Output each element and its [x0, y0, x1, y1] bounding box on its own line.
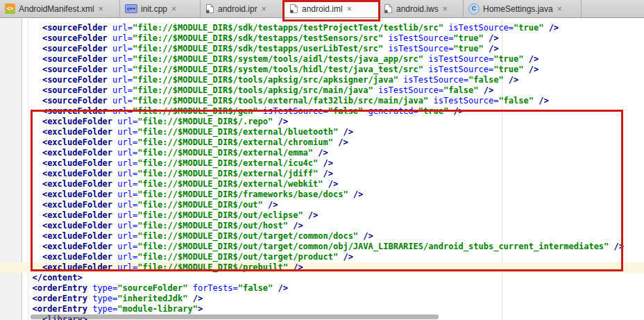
code-line[interactable]: <excludeFolder url="file://$MODULE_DIR$/…	[0, 231, 644, 242]
code-line-current[interactable]: <excludeFolder url="file://$MODULE_DIR$/…	[0, 262, 644, 273]
code-line[interactable]: <sourceFolder url="file://$MODULE_DIR$/s…	[0, 44, 644, 54]
idea-file-icon	[384, 3, 393, 14]
tab-close-icon[interactable]: ×	[99, 5, 103, 13]
code-line[interactable]: <excludeFolder url="file://$MODULE_DIR$/…	[0, 148, 644, 158]
code-line[interactable]: <excludeFolder url="file://$MODULE_DIR$/…	[0, 169, 644, 179]
code-line[interactable]: <excludeFolder url="file://$MODULE_DIR$/…	[0, 127, 644, 137]
code-line[interactable]: </content>	[0, 273, 644, 283]
tab-close-icon[interactable]: ×	[347, 5, 352, 13]
android-manifest-icon: <>	[5, 3, 15, 14]
code-line[interactable]: <sourceFolder url="file://$MODULE_DIR$/t…	[0, 96, 644, 106]
idea-file-icon	[289, 3, 298, 14]
code-line[interactable]: <sourceFolder url="file://$MODULE_DIR$/t…	[0, 75, 644, 85]
code-line[interactable]: <excludeFolder url="file://$MODULE_DIR$/…	[0, 137, 644, 148]
code-line[interactable]: <sourceFolder url="file://$MODULE_DIR$/g…	[0, 106, 644, 117]
editor-pane[interactable]: <sourceFolder url="file://$MODULE_DIR$/s…	[0, 19, 644, 320]
code-line[interactable]: <sourceFolder url="file://$MODULE_DIR$/t…	[0, 85, 644, 96]
code-line[interactable]: <excludeFolder url="file://$MODULE_DIR$/…	[0, 210, 644, 221]
code-area[interactable]: <sourceFolder url="file://$MODULE_DIR$/s…	[0, 19, 644, 320]
code-line[interactable]: <excludeFolder url="file://$MODULE_DIR$/…	[0, 242, 644, 252]
code-line[interactable]: <excludeFolder url="file://$MODULE_DIR$/…	[0, 200, 644, 210]
code-line[interactable]: <excludeFolder url="file://$MODULE_DIR$/…	[0, 158, 644, 169]
tab-close-icon[interactable]: ×	[171, 5, 176, 13]
code-line[interactable]: <excludeFolder url="file://$MODULE_DIR$/…	[0, 179, 644, 190]
code-line[interactable]: <orderEntry type="inheritedJdk" />	[0, 294, 644, 304]
code-line[interactable]: <excludeFolder url="file://$MODULE_DIR$/…	[0, 252, 644, 262]
tab-android-iws[interactable]: android.iws×	[379, 0, 464, 17]
code-line[interactable]: <sourceFolder url="file://$MODULE_DIR$/s…	[0, 65, 644, 75]
tab-close-icon[interactable]: ×	[262, 5, 266, 13]
tab-label: init.cpp	[141, 4, 167, 14]
tab-label: android.iws	[396, 4, 439, 14]
tab-close-icon[interactable]: ×	[557, 5, 562, 13]
code-line[interactable]: <excludeFolder url="file://$MODULE_DIR$/…	[0, 190, 644, 200]
tab-homesettings-java[interactable]: CHomeSettings.java×	[464, 0, 582, 17]
tab-android-ipr[interactable]: android.ipr×	[201, 0, 285, 17]
idea-file-icon	[205, 3, 214, 14]
code-line[interactable]: <excludeFolder url="file://$MODULE_DIR$/…	[0, 221, 644, 231]
horizontal-scrollbar[interactable]	[31, 314, 439, 319]
tab-label: android.iml	[302, 4, 343, 14]
ide-window: <>AndroidManifest.xml×c++init.cpp×androi…	[0, 0, 644, 320]
code-line[interactable]: <sourceFolder url="file://$MODULE_DIR$/s…	[0, 23, 644, 33]
code-line[interactable]: <orderEntry type="module-library">	[0, 304, 644, 314]
cpp-file-icon: c++	[125, 4, 137, 13]
tab-androidmanifest-xml[interactable]: <>AndroidManifest.xml×	[0, 0, 120, 17]
editor-tab-bar: <>AndroidManifest.xml×c++init.cpp×androi…	[0, 0, 644, 18]
tab-android-iml[interactable]: android.iml×	[285, 0, 379, 17]
code-line[interactable]: <excludeFolder url="file://$MODULE_DIR$/…	[0, 117, 644, 127]
java-class-icon: C	[468, 3, 480, 15]
tab-label: AndroidManifest.xml	[19, 4, 94, 14]
code-line[interactable]: <sourceFolder url="file://$MODULE_DIR$/s…	[0, 54, 644, 65]
tab-close-icon[interactable]: ×	[443, 5, 448, 13]
code-line[interactable]: <orderEntry type="sourceFolder" forTests…	[0, 283, 644, 294]
code-line[interactable]: <sourceFolder url="file://$MODULE_DIR$/s…	[0, 33, 644, 44]
tab-label: android.ipr	[218, 4, 257, 14]
tab-label: HomeSettings.java	[483, 4, 553, 14]
tab-init-cpp[interactable]: c++init.cpp×	[120, 0, 201, 17]
